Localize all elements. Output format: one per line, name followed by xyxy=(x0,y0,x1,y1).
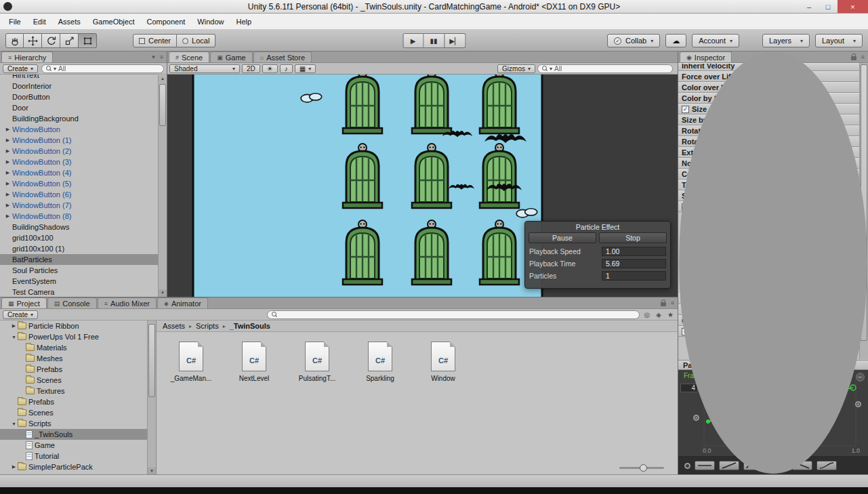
tab-audio-mixer[interactable]: ≡Audio Mixer xyxy=(98,297,157,308)
lighting-toggle-button[interactable]: ☀ xyxy=(262,64,278,73)
tree-item-tutorial[interactable]: Tutorial xyxy=(0,451,147,461)
tree-item-game[interactable]: Game xyxy=(0,440,147,451)
2d-toggle-button[interactable]: 2D xyxy=(242,64,260,73)
hierarchy-item-doorbutton[interactable]: DoorButton xyxy=(0,91,167,102)
lock-icon[interactable] xyxy=(661,302,666,306)
tree-item-scenes[interactable]: Scenes xyxy=(0,375,147,386)
cloud-button[interactable]: ☁ xyxy=(665,34,686,47)
panel-list-icon[interactable]: ≡ xyxy=(160,54,163,60)
gear-icon[interactable] xyxy=(693,415,699,421)
scale-tool-button[interactable] xyxy=(60,33,79,48)
tree-item-simpleparticlepack[interactable]: ▶SimpleParticlePack xyxy=(0,461,147,472)
hierarchy-item-windowbutton-8[interactable]: ▶WindowButton (8) xyxy=(0,211,167,222)
space-button[interactable]: Local xyxy=(177,34,215,47)
hierarchy-item-grid100x100[interactable]: grid100x100 xyxy=(0,232,167,243)
rotate-tool-button[interactable] xyxy=(42,33,60,48)
hierarchy-item-windowbutton-3[interactable]: ▶WindowButton (3) xyxy=(0,157,167,167)
hierarchy-item-batparticles[interactable]: BatParticles xyxy=(0,254,167,265)
hierarchy-scrollbar[interactable]: ▲ ▼ xyxy=(158,75,167,297)
menu-edit[interactable]: Edit xyxy=(27,15,52,28)
gizmos-dropdown[interactable]: Gizmos ▾ xyxy=(497,64,535,73)
play-button[interactable]: ▶ xyxy=(402,33,423,48)
minimize-button[interactable]: – xyxy=(800,0,819,13)
playback-speed-field[interactable]: 1.00 xyxy=(602,247,666,256)
layout-button[interactable]: Layout ▾ xyxy=(815,34,863,47)
tree-item-scripts[interactable]: ▼Scripts xyxy=(0,418,147,429)
tree-arrow-icon[interactable]: ▼ xyxy=(10,335,18,339)
audio-toggle-button[interactable]: ♪ xyxy=(280,64,293,73)
tree-arrow-icon[interactable]: ▶ xyxy=(10,464,18,470)
scroll-down-icon[interactable]: ▼ xyxy=(159,289,167,297)
project-tree-scrollbar[interactable]: ▼ xyxy=(147,321,156,474)
scroll-up-icon[interactable]: ▲ xyxy=(159,75,167,83)
gear-icon[interactable] xyxy=(855,401,861,407)
hierarchy-search-input[interactable]: ▾ All xyxy=(41,64,164,73)
search-by-label-icon[interactable]: ◈ xyxy=(655,311,663,318)
tab-console[interactable]: ▤Console xyxy=(47,297,97,308)
hierarchy-item-test-camera[interactable]: Test Camera xyxy=(0,287,167,297)
menu-file[interactable]: File xyxy=(3,15,27,28)
gear-icon[interactable] xyxy=(684,463,690,469)
hierarchy-item-grid100x100-1[interactable]: grid100x100 (1) xyxy=(0,243,167,254)
zoom-slider[interactable] xyxy=(619,467,664,469)
panel-menu-icon[interactable]: ≡ xyxy=(671,300,674,306)
curve-max-value-field[interactable]: 4 xyxy=(680,384,698,392)
inspector-tab[interactable]: ◉ Inspector xyxy=(680,52,732,62)
expand-arrow-icon[interactable]: ▶ xyxy=(3,159,12,165)
layers-button[interactable]: Layers ▾ xyxy=(762,34,810,47)
hierarchy-item-hinttext[interactable]: HintText xyxy=(0,75,167,81)
expand-arrow-icon[interactable]: ▶ xyxy=(3,181,12,186)
create-button[interactable]: Create ▾ xyxy=(3,310,38,319)
tree-item-meshes[interactable]: Meshes xyxy=(0,353,147,364)
project-search-input[interactable] xyxy=(267,310,640,319)
scene-viewport[interactable]: Particle Effect Pause Stop Playback Spee… xyxy=(167,75,678,297)
hierarchy-tab[interactable]: ≡ Hierarchy xyxy=(1,52,53,62)
tree-item-scenes[interactable]: Scenes xyxy=(0,407,147,418)
hierarchy-item-windowbutton[interactable]: ▶WindowButton xyxy=(0,124,167,135)
tree-item-textures[interactable]: Textures xyxy=(0,386,147,396)
expand-arrow-icon[interactable]: ▶ xyxy=(3,192,12,197)
favorites-icon[interactable]: ★ xyxy=(666,311,675,318)
panel-menu-icon[interactable]: ≡ xyxy=(861,54,865,60)
hierarchy-item-windowbutton-2[interactable]: ▶WindowButton (2) xyxy=(0,146,167,157)
project-file-sparkling[interactable]: C#Sparkling xyxy=(358,342,402,382)
project-file-nextlevel[interactable]: C#NextLevel xyxy=(232,342,276,382)
menu-window[interactable]: Window xyxy=(191,15,230,28)
hierarchy-item-soul-particles[interactable]: Soul Particles xyxy=(0,265,167,276)
tree-item-twinsouls[interactable]: _TwinSouls xyxy=(0,429,147,440)
hierarchy-item-windowbutton-1[interactable]: ▶WindowButton (1) xyxy=(0,135,167,146)
tree-arrow-icon[interactable]: ▶ xyxy=(10,323,18,329)
step-button[interactable]: ▶▏ xyxy=(445,33,466,48)
breadcrumb-item-assets[interactable]: Assets xyxy=(163,322,185,330)
tree-item-powerups-vol-1-free[interactable]: ▼PowerUps Vol 1 Free xyxy=(0,331,147,342)
stop-particles-button[interactable]: Stop xyxy=(599,232,667,243)
scrollbar-thumb[interactable] xyxy=(159,84,166,126)
shading-mode-dropdown[interactable]: Shaded ▾ xyxy=(169,64,240,73)
search-by-type-icon[interactable]: ◎ xyxy=(643,311,652,318)
scrollbar-thumb[interactable] xyxy=(148,324,155,397)
hierarchy-item-windowbutton-5[interactable]: ▶WindowButton (5) xyxy=(0,178,167,189)
project-file-pulsatingt[interactable]: C#PulsatingT... xyxy=(295,342,339,382)
menu-component[interactable]: Component xyxy=(140,15,191,28)
tree-item-materials[interactable]: Materials xyxy=(0,342,147,353)
maximize-button[interactable]: □ xyxy=(819,0,838,13)
tab-scene[interactable]: #Scene xyxy=(169,52,209,62)
curve-preset-flat[interactable] xyxy=(695,461,715,470)
scroll-down-icon[interactable]: ▼ xyxy=(148,468,156,474)
rect-tool-button[interactable] xyxy=(79,33,97,48)
curve-preset-linear-up[interactable] xyxy=(719,461,739,470)
tree-item-prefabs[interactable]: Prefabs xyxy=(0,396,147,407)
hierarchy-item-buildingshadows[interactable]: BuildingShadows xyxy=(0,222,167,232)
expand-arrow-icon[interactable]: ▶ xyxy=(3,127,12,132)
hierarchy-item-eventsystem[interactable]: EventSystem xyxy=(0,276,167,287)
tree-arrow-icon[interactable]: ▼ xyxy=(10,421,18,426)
pause-button[interactable]: ▮▮ xyxy=(423,33,445,48)
hierarchy-item-windowbutton-6[interactable]: ▶WindowButton (6) xyxy=(0,189,167,200)
scene-search-input[interactable]: ▾ All xyxy=(537,64,673,73)
project-file-gameman[interactable]: C#_GameMan... xyxy=(169,342,213,382)
effects-dropdown[interactable]: ▦▾ xyxy=(295,64,316,73)
menu-assets[interactable]: Assets xyxy=(52,15,87,28)
expand-arrow-icon[interactable]: ▶ xyxy=(3,203,12,208)
hierarchy-item-windowbutton-7[interactable]: ▶WindowButton (7) xyxy=(0,200,167,211)
tab-animator[interactable]: ◈Animator xyxy=(157,297,208,308)
